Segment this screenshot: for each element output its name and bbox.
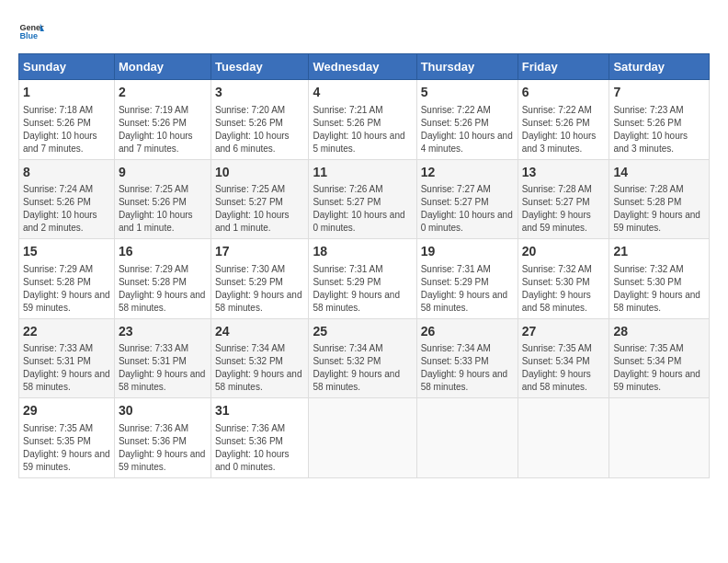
weekday-header-friday: Friday [518, 54, 609, 80]
day-number: 18 [313, 243, 412, 261]
day-info: Sunrise: 7:19 AMSunset: 5:26 PMDaylight:… [119, 104, 207, 155]
calendar-cell: 31 Sunrise: 7:36 AMSunset: 5:36 PMDaylig… [210, 398, 308, 478]
calendar-cell: 28 Sunrise: 7:35 AMSunset: 5:34 PMDaylig… [609, 318, 710, 398]
calendar-week-row: 15 Sunrise: 7:29 AMSunset: 5:28 PMDaylig… [19, 239, 710, 319]
calendar-week-row: 22 Sunrise: 7:33 AMSunset: 5:31 PMDaylig… [19, 318, 710, 398]
day-number: 8 [23, 164, 110, 182]
day-info: Sunrise: 7:31 AMSunset: 5:29 PMDaylight:… [421, 263, 514, 315]
day-number: 6 [522, 84, 606, 102]
day-info: Sunrise: 7:35 AMSunset: 5:35 PMDaylight:… [23, 422, 110, 474]
day-number: 7 [613, 84, 705, 102]
day-info: Sunrise: 7:35 AMSunset: 5:34 PMDaylight:… [522, 342, 606, 394]
calendar-cell: 24 Sunrise: 7:34 AMSunset: 5:32 PMDaylig… [210, 318, 308, 398]
calendar-cell: 22 Sunrise: 7:33 AMSunset: 5:31 PMDaylig… [19, 318, 115, 398]
day-number: 25 [313, 323, 412, 341]
day-number: 12 [421, 164, 514, 182]
day-info: Sunrise: 7:25 AMSunset: 5:27 PMDaylight:… [215, 183, 304, 235]
svg-text:Blue: Blue [19, 31, 38, 40]
day-number: 28 [613, 323, 705, 341]
calendar-week-row: 1 Sunrise: 7:18 AMSunset: 5:26 PMDayligh… [19, 80, 710, 160]
day-info: Sunrise: 7:22 AMSunset: 5:26 PMDaylight:… [421, 104, 514, 155]
calendar-cell: 30 Sunrise: 7:36 AMSunset: 5:36 PMDaylig… [114, 398, 210, 478]
day-number: 10 [215, 164, 304, 182]
day-number: 1 [23, 84, 110, 102]
calendar-cell [309, 398, 416, 478]
calendar-cell: 11 Sunrise: 7:26 AMSunset: 5:27 PMDaylig… [309, 159, 416, 239]
calendar-week-row: 29 Sunrise: 7:35 AMSunset: 5:35 PMDaylig… [19, 398, 710, 478]
calendar-cell: 13 Sunrise: 7:28 AMSunset: 5:27 PMDaylig… [518, 159, 609, 239]
day-number: 22 [23, 323, 110, 341]
calendar-cell: 18 Sunrise: 7:31 AMSunset: 5:29 PMDaylig… [309, 239, 416, 319]
calendar-cell: 12 Sunrise: 7:27 AMSunset: 5:27 PMDaylig… [416, 159, 518, 239]
calendar-cell [609, 398, 710, 478]
day-number: 4 [313, 84, 412, 102]
weekday-header-sunday: Sunday [19, 54, 115, 80]
day-number: 27 [522, 323, 606, 341]
day-info: Sunrise: 7:22 AMSunset: 5:26 PMDaylight:… [522, 104, 606, 155]
weekday-header-wednesday: Wednesday [309, 54, 416, 80]
calendar-cell [518, 398, 609, 478]
day-number: 5 [421, 84, 514, 102]
day-number: 16 [119, 243, 207, 261]
day-number: 21 [613, 243, 705, 261]
logo: General Blue [18, 18, 48, 44]
day-number: 24 [215, 323, 304, 341]
weekday-header-thursday: Thursday [416, 54, 518, 80]
calendar-cell: 19 Sunrise: 7:31 AMSunset: 5:29 PMDaylig… [416, 239, 518, 319]
calendar-week-row: 8 Sunrise: 7:24 AMSunset: 5:26 PMDayligh… [19, 159, 710, 239]
calendar-cell: 26 Sunrise: 7:34 AMSunset: 5:33 PMDaylig… [416, 318, 518, 398]
day-number: 29 [23, 402, 110, 420]
day-info: Sunrise: 7:35 AMSunset: 5:34 PMDaylight:… [613, 342, 705, 394]
header: General Blue [18, 18, 710, 44]
day-info: Sunrise: 7:25 AMSunset: 5:26 PMDaylight:… [119, 183, 207, 235]
calendar-cell: 5 Sunrise: 7:22 AMSunset: 5:26 PMDayligh… [416, 80, 518, 160]
calendar-cell: 3 Sunrise: 7:20 AMSunset: 5:26 PMDayligh… [210, 80, 308, 160]
day-number: 26 [421, 323, 514, 341]
calendar-cell: 1 Sunrise: 7:18 AMSunset: 5:26 PMDayligh… [19, 80, 115, 160]
calendar-cell: 17 Sunrise: 7:30 AMSunset: 5:29 PMDaylig… [210, 239, 308, 319]
day-info: Sunrise: 7:26 AMSunset: 5:27 PMDaylight:… [313, 183, 412, 235]
day-number: 13 [522, 164, 606, 182]
day-number: 17 [215, 243, 304, 261]
day-number: 20 [522, 243, 606, 261]
logo-icon: General Blue [18, 18, 44, 44]
day-info: Sunrise: 7:18 AMSunset: 5:26 PMDaylight:… [23, 104, 110, 155]
day-info: Sunrise: 7:36 AMSunset: 5:36 PMDaylight:… [119, 422, 207, 474]
day-info: Sunrise: 7:34 AMSunset: 5:33 PMDaylight:… [421, 342, 514, 394]
calendar-cell: 10 Sunrise: 7:25 AMSunset: 5:27 PMDaylig… [210, 159, 308, 239]
weekday-header-saturday: Saturday [609, 54, 710, 80]
day-info: Sunrise: 7:29 AMSunset: 5:28 PMDaylight:… [119, 263, 207, 315]
day-info: Sunrise: 7:32 AMSunset: 5:30 PMDaylight:… [613, 263, 705, 315]
day-number: 9 [119, 164, 207, 182]
calendar-cell: 25 Sunrise: 7:34 AMSunset: 5:32 PMDaylig… [309, 318, 416, 398]
calendar-cell: 16 Sunrise: 7:29 AMSunset: 5:28 PMDaylig… [114, 239, 210, 319]
day-number: 23 [119, 323, 207, 341]
calendar-cell: 21 Sunrise: 7:32 AMSunset: 5:30 PMDaylig… [609, 239, 710, 319]
calendar-cell: 15 Sunrise: 7:29 AMSunset: 5:28 PMDaylig… [19, 239, 115, 319]
day-info: Sunrise: 7:33 AMSunset: 5:31 PMDaylight:… [23, 342, 110, 394]
day-info: Sunrise: 7:30 AMSunset: 5:29 PMDaylight:… [215, 263, 304, 315]
day-number: 11 [313, 164, 412, 182]
calendar-cell: 29 Sunrise: 7:35 AMSunset: 5:35 PMDaylig… [19, 398, 115, 478]
day-info: Sunrise: 7:21 AMSunset: 5:26 PMDaylight:… [313, 104, 412, 155]
calendar-cell: 7 Sunrise: 7:23 AMSunset: 5:26 PMDayligh… [609, 80, 710, 160]
calendar-cell [416, 398, 518, 478]
calendar-cell: 20 Sunrise: 7:32 AMSunset: 5:30 PMDaylig… [518, 239, 609, 319]
calendar-cell: 8 Sunrise: 7:24 AMSunset: 5:26 PMDayligh… [19, 159, 115, 239]
day-info: Sunrise: 7:23 AMSunset: 5:26 PMDaylight:… [613, 104, 705, 155]
day-number: 2 [119, 84, 207, 102]
day-info: Sunrise: 7:28 AMSunset: 5:28 PMDaylight:… [613, 183, 705, 235]
calendar-cell: 27 Sunrise: 7:35 AMSunset: 5:34 PMDaylig… [518, 318, 609, 398]
weekday-header-tuesday: Tuesday [210, 54, 308, 80]
calendar-cell: 2 Sunrise: 7:19 AMSunset: 5:26 PMDayligh… [114, 80, 210, 160]
calendar-cell: 23 Sunrise: 7:33 AMSunset: 5:31 PMDaylig… [114, 318, 210, 398]
day-info: Sunrise: 7:32 AMSunset: 5:30 PMDaylight:… [522, 263, 606, 315]
day-number: 14 [613, 164, 705, 182]
weekday-header-row: SundayMondayTuesdayWednesdayThursdayFrid… [19, 54, 710, 80]
calendar-cell: 14 Sunrise: 7:28 AMSunset: 5:28 PMDaylig… [609, 159, 710, 239]
day-info: Sunrise: 7:28 AMSunset: 5:27 PMDaylight:… [522, 183, 606, 235]
day-info: Sunrise: 7:29 AMSunset: 5:28 PMDaylight:… [23, 263, 110, 315]
calendar-table: SundayMondayTuesdayWednesdayThursdayFrid… [18, 53, 710, 478]
day-number: 31 [215, 402, 304, 420]
weekday-header-monday: Monday [114, 54, 210, 80]
